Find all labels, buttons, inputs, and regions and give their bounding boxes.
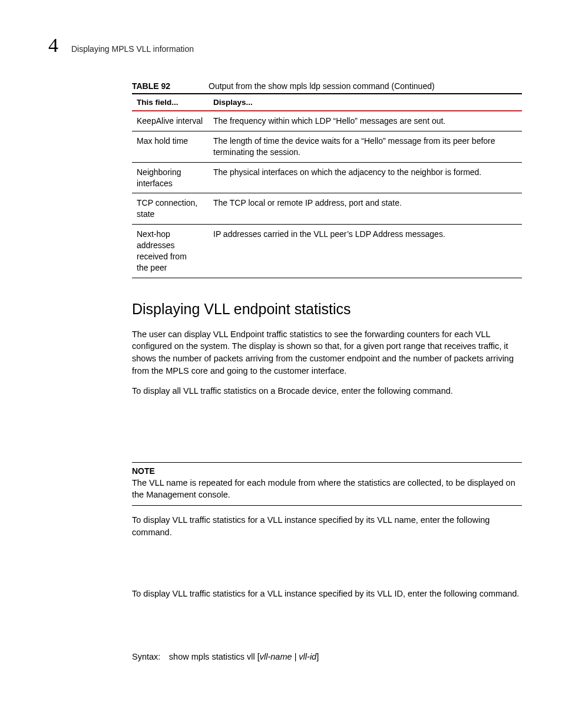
table-row: Max hold time The length of time the dev… [132, 131, 522, 162]
table-label: TABLE 92 [132, 81, 209, 91]
table-caption-text: Output from the show mpls ldp session co… [209, 81, 435, 91]
output-placeholder [132, 608, 522, 650]
table-row: TCP connection, state The TCP local or r… [132, 193, 522, 225]
note-body: The VLL name is repeated for each module… [132, 477, 522, 501]
cell-field: KeepAlive interval [132, 111, 209, 131]
table-row: Next-hop addresses received from the pee… [132, 225, 522, 278]
chapter-number: 4 [48, 35, 58, 55]
table-row: Neighboring interfaces The physical inte… [132, 162, 522, 193]
content-area: TABLE 92 Output from the show mpls ldp s… [132, 81, 522, 661]
paragraph: To display all VLL traffic statistics on… [132, 385, 522, 397]
paragraph: The user can display VLL Endpoint traffi… [132, 328, 522, 377]
table-caption: TABLE 92 Output from the show mpls ldp s… [132, 81, 522, 94]
th-field: This field... [132, 94, 209, 111]
paragraph: To display VLL traffic statistics for a … [132, 514, 522, 538]
page-header: 4 Displaying MPLS VLL information [48, 35, 522, 55]
syntax-args: vll-name | vll-id [260, 652, 316, 661]
syntax-prefix: Syntax: show mpls statistics vll [ [132, 652, 260, 661]
cell-displays: IP addresses carried in the VLL peer’s L… [209, 225, 522, 278]
output-placeholder [132, 406, 522, 462]
running-title: Displaying MPLS VLL information [71, 44, 194, 54]
syntax-line: Syntax: show mpls statistics vll [vll-na… [132, 652, 522, 661]
cell-displays: The TCP local or remote IP address, port… [209, 193, 522, 225]
page: 4 Displaying MPLS VLL information TABLE … [0, 0, 562, 661]
th-displays: Displays... [209, 94, 522, 111]
cell-field: Neighboring interfaces [132, 162, 209, 193]
output-placeholder [132, 546, 522, 588]
output-table: This field... Displays... KeepAlive inte… [132, 94, 522, 278]
cell-field: Max hold time [132, 131, 209, 162]
note-label: NOTE [132, 466, 522, 476]
cell-displays: The length of time the device waits for … [209, 131, 522, 162]
table-row: KeepAlive interval The frequency within … [132, 111, 522, 131]
paragraph: To display VLL traffic statistics for a … [132, 588, 522, 600]
section-heading: Displaying VLL endpoint statistics [132, 301, 522, 318]
cell-field: Next-hop addresses received from the pee… [132, 225, 209, 278]
cell-field: TCP connection, state [132, 193, 209, 225]
note-box: NOTE The VLL name is repeated for each m… [132, 462, 522, 506]
cell-displays: The frequency within which LDP “Hello” m… [209, 111, 522, 131]
cell-displays: The physical interfaces on which the adj… [209, 162, 522, 193]
table-header-row: This field... Displays... [132, 94, 522, 111]
syntax-suffix: ] [316, 652, 319, 661]
